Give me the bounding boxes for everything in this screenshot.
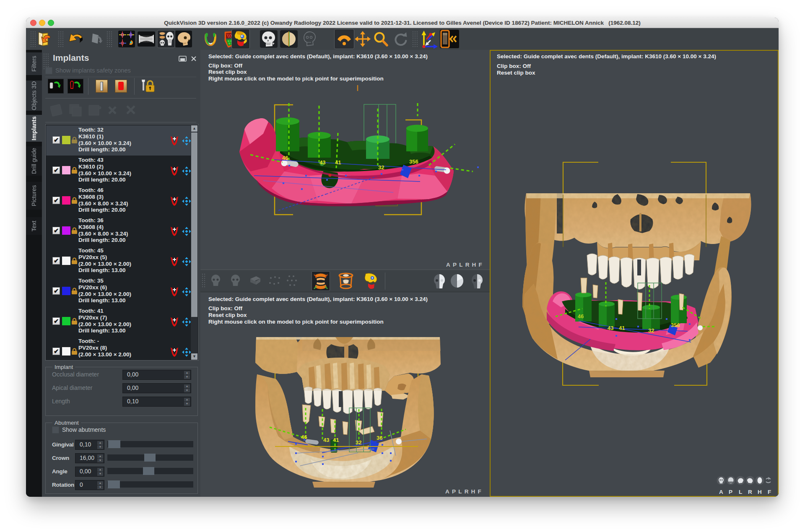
svg-text:41: 41 [333,437,339,443]
svg-text:46: 46 [282,155,288,161]
svg-text:43: 43 [319,159,325,166]
svg-text:356: 356 [671,322,680,328]
svg-text:32: 32 [378,164,384,171]
svg-text:41: 41 [619,325,625,331]
svg-text:43: 43 [323,437,329,443]
svg-text:356: 356 [409,158,418,165]
svg-text:41: 41 [335,159,341,166]
svg-text:46: 46 [578,313,584,319]
svg-text:32: 32 [356,439,361,446]
svg-text:43: 43 [608,325,613,331]
svg-text:32: 32 [648,327,654,334]
svg-text:APLRHF: APLRHF [719,489,771,495]
svg-text:36: 36 [377,435,382,441]
svg-text:46: 46 [301,434,307,440]
